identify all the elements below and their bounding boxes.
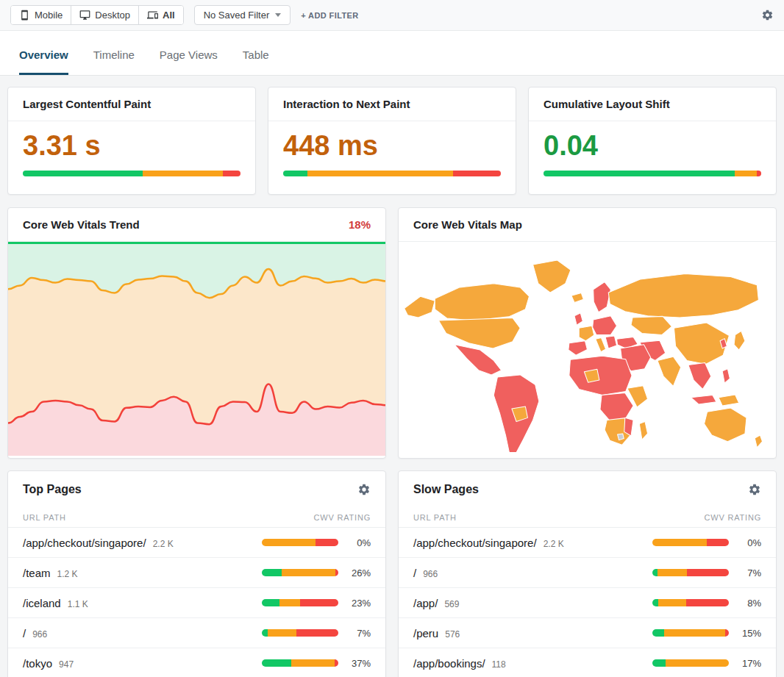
map-region-iberia[interactable]: [569, 340, 588, 354]
cwv-map-card: Core Web Vitals Map: [398, 207, 777, 459]
page-url-path[interactable]: /app/bookings/: [413, 657, 485, 670]
page-row[interactable]: /app/checkout/singapore/2.2 K0%: [399, 528, 776, 558]
top-pages-settings-icon[interactable]: [357, 483, 371, 496]
cls-value: 0.04: [544, 131, 761, 162]
map-region-indochina[interactable]: [688, 362, 711, 389]
map-region-indonesia[interactable]: [691, 395, 716, 404]
page-url-path[interactable]: /tokyo: [23, 657, 52, 670]
map-region-greenland[interactable]: [533, 259, 571, 292]
map-title: Core Web Vitals Map: [413, 218, 522, 231]
cwv-rating-bar: [652, 569, 729, 576]
map-region-central-africa[interactable]: [600, 393, 633, 420]
page-row[interactable]: /app/5698%: [399, 588, 776, 618]
page-url-path[interactable]: /app/checkout/singapore/: [23, 537, 146, 549]
device-button-mobile[interactable]: Mobile: [11, 6, 71, 24]
column-header-url-path: URL PATH: [413, 513, 457, 522]
inp-rating-meter: [283, 171, 501, 176]
cwv-trend-chart[interactable]: [8, 242, 386, 456]
column-header-cwv-rating: CWV RATING: [705, 513, 761, 522]
map-region-alaska[interactable]: [405, 296, 435, 318]
slow-pages-card: Slow Pages URL PATH CWV RATING /app/chec…: [398, 470, 777, 677]
page-row[interactable]: /9667%: [399, 558, 776, 588]
map-region-france[interactable]: [579, 326, 594, 341]
map-region-philippines[interactable]: [722, 368, 730, 382]
saved-filter-dropdown[interactable]: No Saved Filter: [194, 5, 291, 25]
map-region-scandinavia[interactable]: [594, 282, 611, 312]
cwv-rating-bar: [652, 599, 729, 606]
meter-segment-needs_improvement: [262, 539, 316, 546]
page-row[interactable]: /9667%: [8, 618, 385, 648]
map-region-central-europe[interactable]: [593, 315, 617, 334]
page-url-path[interactable]: /app/: [413, 597, 438, 609]
map-region-balkans[interactable]: [605, 336, 616, 348]
page-row[interactable]: /app/checkout/singapore/2.2 K0%: [8, 528, 385, 558]
top-pages-title: Top Pages: [23, 483, 82, 496]
map-region-usa[interactable]: [438, 318, 520, 348]
meter-segment-needs_improvement: [143, 171, 224, 176]
tab-table[interactable]: Table: [243, 38, 269, 75]
map-region-japan[interactable]: [734, 331, 745, 350]
good-rating-percentage: 23%: [346, 598, 371, 609]
map-region-central-asia[interactable]: [631, 316, 671, 334]
column-header-url-path: URL PATH: [23, 513, 66, 522]
page-row[interactable]: /tokyo94737%: [8, 648, 385, 677]
page-url-path[interactable]: /iceland: [23, 597, 61, 609]
device-button-label: Mobile: [35, 10, 63, 21]
tab-overview[interactable]: Overview: [19, 38, 68, 75]
page-url-path[interactable]: /: [413, 567, 416, 579]
cwv-rating-bar: [262, 569, 338, 576]
map-region-madagascar[interactable]: [639, 421, 647, 440]
good-rating-percentage: 0%: [346, 537, 371, 548]
meter-segment-good: [652, 599, 658, 606]
lcp-rating-meter: [23, 171, 240, 176]
tab-timeline[interactable]: Timeline: [93, 38, 135, 75]
map-region-india[interactable]: [658, 357, 681, 386]
good-rating-percentage: 15%: [736, 628, 761, 639]
map-region-new-guinea[interactable]: [719, 395, 739, 406]
page-view-count: 569: [444, 599, 459, 609]
meter-segment-good: [262, 659, 291, 667]
page-row[interactable]: /peru57615%: [399, 618, 776, 648]
page-url-path[interactable]: /: [23, 627, 26, 640]
slow-pages-title: Slow Pages: [413, 483, 479, 496]
page-row[interactable]: /team1.2 K26%: [8, 558, 385, 588]
charts-row: Core Web Vitals Trend 18% Core Web Vital…: [7, 207, 777, 459]
map-region-uk[interactable]: [574, 312, 582, 324]
meter-segment-needs_improvement: [652, 539, 707, 546]
add-filter-button[interactable]: + ADD FILTER: [301, 11, 358, 20]
slow-pages-settings-icon[interactable]: [748, 483, 761, 496]
good-rating-percentage: 7%: [346, 628, 371, 639]
meter-segment-needs_improvement: [307, 171, 453, 176]
trend-poor-percentage: 18%: [349, 218, 371, 231]
map-region-lesotho[interactable]: [618, 433, 624, 440]
trend-title: Core Web Vitals Trend: [23, 218, 140, 231]
device-button-desktop[interactable]: Desktop: [71, 6, 139, 24]
page-url-path[interactable]: /app/checkout/singapore/: [413, 537, 537, 549]
meter-segment-poor: [335, 659, 338, 667]
map-region-new-zealand[interactable]: [755, 434, 762, 447]
map-region-mexico-central-america[interactable]: [455, 344, 502, 374]
map-region-australia[interactable]: [705, 408, 746, 442]
good-rating-percentage: 7%: [736, 567, 761, 579]
device-button-all[interactable]: All: [139, 6, 183, 24]
inp-card: Interaction to Next Paint 448 ms: [268, 87, 516, 195]
settings-icon[interactable]: [761, 9, 774, 21]
map-region-canada[interactable]: [435, 283, 529, 320]
meter-segment-poor: [725, 629, 729, 637]
page-row[interactable]: /app/bookings/11817%: [399, 648, 776, 677]
tab-page-views[interactable]: Page Views: [160, 38, 218, 75]
page-url-path[interactable]: /peru: [413, 627, 438, 640]
cwv-world-map[interactable]: [399, 246, 776, 452]
map-region-north-africa[interactable]: [569, 356, 632, 395]
lcp-value: 3.31 s: [23, 131, 240, 162]
page-row[interactable]: /iceland1.1 K23%: [8, 588, 385, 618]
meter-segment-good: [283, 171, 307, 176]
meter-segment-poor: [687, 569, 729, 576]
meter-segment-good: [23, 171, 143, 176]
page-url-path[interactable]: /team: [23, 567, 51, 579]
meter-segment-poor: [300, 599, 338, 606]
map-region-iceland[interactable]: [571, 293, 583, 302]
map-region-italy[interactable]: [596, 337, 606, 351]
map-region-russia[interactable]: [608, 273, 758, 318]
page-view-count: 966: [32, 629, 47, 640]
